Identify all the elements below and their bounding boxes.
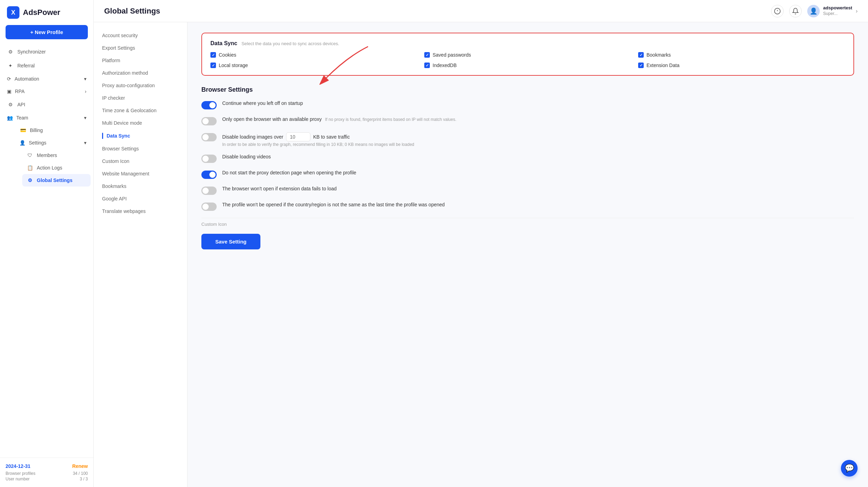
sidebar-navigation: ⚙ Synchronizer ✦ Referral ⟳ Automation ▾… [0,45,93,457]
chevron-right-icon: › [85,89,86,94]
settings-nav-custom-icon[interactable]: Custom Icon [94,155,187,167]
toggle-only-open-with-proxy[interactable] [201,117,217,125]
setting-row-images: Disable loading images over KB to save t… [201,132,854,147]
settings-nav-bookmarks[interactable]: Bookmarks [94,180,187,192]
browser-profiles-label: Browser profiles [6,471,35,476]
settings-nav-label: Proxy auto-configuration [102,83,155,88]
sidebar-item-label: Team [16,115,28,121]
setting-label-area: Continue where you left off on startup [222,100,303,106]
settings-nav-label: Platform [102,58,120,63]
settings-nav-browser-settings[interactable]: Browser Settings [94,142,187,155]
notification-icon-button[interactable] [789,5,802,17]
support-icon: 💬 [845,464,854,473]
settings-nav-label: Time zone & Geolocation [102,108,157,113]
sync-item-cookies[interactable]: Cookies [210,52,417,58]
logo-letter: X [11,9,15,16]
sidebar-item-billing[interactable]: 💳 Billing [15,124,91,137]
saved-passwords-label: Saved passwords [433,52,471,58]
setting-label: Continue where you left off on startup [222,100,303,106]
upload-icon-button[interactable] [771,5,784,17]
settings-nav-proxy-auto-configuration[interactable]: Proxy auto-configuration [94,79,187,92]
indexed-db-checkbox[interactable] [424,63,430,68]
custom-icon-section-partial: Custom Icon [201,218,854,227]
sidebar-item-action-logs[interactable]: 📋 Action Logs [22,162,91,174]
settings-nav-authorization-method[interactable]: Authorization method [94,67,187,79]
logo-icon: X [7,6,19,19]
sync-item-indexed-db[interactable]: IndexedDB [424,63,631,68]
plan-date: 2024-12-31 [6,463,31,469]
browser-profiles-value: 34 / 100 [73,471,88,476]
user-area[interactable]: 👤 adspowertest Super... › [807,5,858,17]
user-role: Super... [823,11,852,17]
support-button[interactable]: 💬 [841,460,858,477]
sidebar-item-api[interactable]: ⚙ API [3,98,91,112]
team-sub-nav: 💳 Billing 👤 Settings ▾ 🛡 Members 📋 Actio [3,124,91,187]
settings-nav-data-sync[interactable]: Data Sync [94,129,187,142]
sidebar-item-settings[interactable]: 👤 Settings ▾ [15,137,91,149]
data-sync-title: Data Sync [210,40,237,47]
renew-link[interactable]: Renew [72,463,88,469]
extension-data-checkbox[interactable] [638,63,644,68]
setting-label-area: Disable loading images over KB to save t… [222,132,414,147]
sidebar-item-rpa[interactable]: ▣ RPA › [3,85,91,98]
settings-nav-multi-device-mode[interactable]: Multi Device mode [94,117,187,129]
settings-nav-ip-checker[interactable]: IP checker [94,92,187,104]
sync-item-bookmarks[interactable]: Bookmarks [638,52,845,58]
settings-icon: 👤 [19,140,25,146]
new-profile-button[interactable]: + New Profile [6,25,88,39]
sidebar-item-synchronizer[interactable]: ⚙ Synchronizer [3,45,91,59]
main-area: Global Settings 👤 adspowertest Super... [94,0,868,487]
chevron-down-icon: ▾ [84,76,86,82]
sidebar-item-global-settings[interactable]: ⚙ Global Settings [22,174,91,187]
sidebar-item-members[interactable]: 🛡 Members [22,149,91,162]
user-info: adspowertest Super... [823,5,852,16]
setting-label-area: The browser won't open if extension data… [222,186,337,191]
kb-input[interactable] [286,132,310,141]
topbar-right: 👤 adspowertest Super... › [771,5,858,17]
settings-nav-translate-webpages[interactable]: Translate webpages [94,205,187,217]
toggle-disable-loading-videos[interactable] [201,155,217,163]
sidebar-group-team[interactable]: 👥 Team ▾ [3,112,91,124]
settings-nav-account-security[interactable]: Account security [94,29,187,42]
saved-passwords-checkbox[interactable] [424,52,430,58]
toggle-no-proxy-detection[interactable] [201,171,217,179]
sidebar-item-referral[interactable]: ✦ Referral [3,59,91,73]
setting-label: Only open the browser with an available … [222,116,456,122]
sync-item-local-storage[interactable]: Local storage [210,63,417,68]
settings-nav-label: IP checker [102,95,125,101]
settings-nav-label: Bookmarks [102,183,126,189]
settings-nav-export-settings[interactable]: Export Settings [94,42,187,54]
settings-nav-label: Account security [102,33,138,38]
toggle-extension-data-fails[interactable] [201,187,217,195]
global-settings-icon: ⚙ [26,177,33,184]
setting-sublabel: If no proxy is found, fingerprint items … [325,117,456,122]
settings-nav-platform[interactable]: Platform [94,54,187,67]
data-sync-header: Data Sync Select the data you need to sy… [210,40,845,47]
settings-nav-time-zone-geolocation[interactable]: Time zone & Geolocation [94,104,187,117]
toggle-continue-where-left-off[interactable] [201,101,217,109]
toggle-country-region-check[interactable] [201,203,217,211]
chevron-right-icon: › [856,8,858,14]
toggle-disable-loading-images[interactable] [201,133,217,141]
sidebar-item-label: Billing [30,127,43,133]
sidebar-item-label: Settings [29,140,47,146]
sync-item-extension-data[interactable]: Extension Data [638,63,845,68]
bookmarks-checkbox[interactable] [638,52,644,58]
user-name: adspowertest [823,5,852,11]
settings-nav-label: Data Sync [107,133,130,139]
sync-item-saved-passwords[interactable]: Saved passwords [424,52,631,58]
cookies-checkbox[interactable] [210,52,216,58]
data-sync-subtitle: Select the data you need to sync across … [241,41,339,46]
cookies-label: Cookies [219,52,236,58]
settings-nav-website-management[interactable]: Website Management [94,167,187,180]
active-indicator [102,133,103,139]
settings-nav-google-api[interactable]: Google API [94,192,187,205]
sidebar-item-automation[interactable]: ⟳ Automation ▾ [3,73,91,85]
local-storage-checkbox[interactable] [210,63,216,68]
save-setting-button[interactable]: Save Setting [201,234,260,249]
settings-sidebar-nav: Account security Export Settings Platfor… [94,22,187,487]
data-sync-grid: Cookies Saved passwords Bookmarks Local … [210,52,845,68]
api-icon: ⚙ [7,101,14,108]
automation-icon: ⟳ [7,76,11,82]
members-icon: 🛡 [26,152,33,159]
